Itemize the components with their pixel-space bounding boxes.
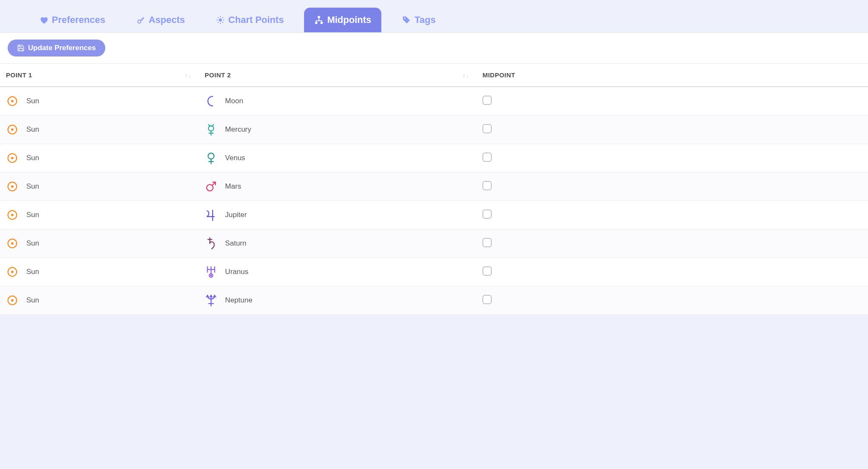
update-preferences-label: Update Preferences [28, 44, 96, 52]
cell-point1: Sun [0, 286, 200, 315]
svg-point-18 [209, 126, 214, 131]
table-row: SunJupiter [0, 201, 868, 229]
save-icon [17, 44, 25, 52]
sun-icon [6, 209, 19, 221]
svg-point-34 [11, 242, 14, 245]
midpoint-checkbox[interactable] [482, 124, 492, 133]
midpoint-checkbox[interactable] [482, 238, 492, 247]
tab-preferences[interactable]: Preferences [29, 8, 116, 32]
cell-point1: Sun [0, 201, 200, 229]
midpoint-checkbox[interactable] [482, 266, 492, 276]
midpoint-checkbox[interactable] [482, 181, 492, 190]
tab-tags[interactable]: Tags [392, 8, 446, 32]
compass-icon [136, 15, 145, 25]
svg-point-15 [11, 100, 14, 102]
cell-midpoint [477, 258, 868, 286]
svg-point-46 [11, 299, 14, 302]
tab-label: Preferences [52, 14, 105, 25]
svg-rect-11 [315, 22, 318, 24]
point2-label: Mars [225, 182, 241, 191]
svg-point-27 [11, 185, 14, 188]
saturn-icon [205, 237, 217, 250]
svg-line-29 [212, 182, 215, 186]
column-header-point1-label: Point 1 [6, 71, 32, 79]
sun-icon [6, 152, 19, 164]
uranus-icon [205, 266, 217, 278]
midpoint-checkbox[interactable] [482, 96, 492, 105]
midpoint-checkbox[interactable] [482, 209, 492, 219]
column-header-point1[interactable]: Point 1 ↑↓ [0, 64, 200, 87]
point2-label: Moon [225, 97, 243, 105]
column-header-point2[interactable]: Point 2 ↑↓ [200, 64, 477, 87]
midpoint-checkbox[interactable] [482, 295, 492, 304]
svg-rect-12 [321, 22, 323, 24]
cell-midpoint [477, 87, 868, 116]
point1-label: Sun [26, 125, 39, 134]
point1-label: Sun [26, 182, 39, 191]
svg-point-17 [11, 128, 14, 131]
column-header-point2-label: Point 2 [205, 71, 231, 79]
point1-label: Sun [26, 268, 39, 276]
svg-point-44 [211, 275, 211, 276]
cell-point2: Uranus [200, 258, 477, 286]
sitemap-icon [314, 15, 324, 25]
column-header-midpoint-label: Midpoint [482, 71, 515, 79]
cell-midpoint [477, 201, 868, 229]
heart-icon [39, 15, 48, 25]
neptune-icon [205, 294, 217, 307]
sun-icon [6, 266, 19, 278]
moon-icon [205, 95, 217, 107]
svg-point-0 [138, 20, 141, 23]
table-row: SunMars [0, 172, 868, 201]
sun-icon [6, 294, 19, 307]
cell-midpoint [477, 116, 868, 144]
table-row: SunUranus [0, 258, 868, 286]
cell-midpoint [477, 172, 868, 201]
svg-point-38 [11, 271, 14, 273]
table-row: SunVenus [0, 144, 868, 172]
cell-point2: Neptune [200, 286, 477, 315]
cell-point2: Mercury [200, 116, 477, 144]
point2-label: Uranus [225, 268, 248, 276]
tab-label: Aspects [149, 14, 185, 25]
svg-rect-10 [318, 16, 321, 18]
tab-chart-points[interactable]: Chart Points [206, 8, 294, 32]
midpoint-checkbox[interactable] [482, 153, 492, 162]
point1-label: Sun [26, 211, 39, 219]
column-header-midpoint: Midpoint [477, 64, 868, 87]
svg-line-6 [217, 17, 218, 18]
point1-label: Sun [26, 154, 39, 162]
midpoints-table: Point 1 ↑↓ Point 2 ↑↓ Midpoint SunMoonSu… [0, 64, 868, 315]
update-preferences-button[interactable]: Update Preferences [8, 40, 105, 57]
svg-point-13 [404, 18, 406, 19]
svg-point-22 [11, 157, 14, 159]
point1-label: Sun [26, 296, 39, 305]
cell-midpoint [477, 144, 868, 172]
sun-icon [6, 237, 19, 250]
cell-point2: Mars [200, 172, 477, 201]
cell-point1: Sun [0, 116, 200, 144]
cell-point1: Sun [0, 87, 200, 116]
svg-line-9 [222, 17, 223, 18]
cell-point2: Jupiter [200, 201, 477, 229]
svg-point-23 [208, 153, 214, 159]
tags-icon [402, 15, 411, 25]
table-row: SunNeptune [0, 286, 868, 315]
svg-line-7 [222, 22, 223, 23]
tabs-container: PreferencesAspectsChart PointsMidpointsT… [0, 0, 868, 33]
content-area: Update Preferences Point 1 ↑↓ Point 2 ↑↓… [0, 33, 868, 315]
cell-point1: Sun [0, 229, 200, 258]
tab-label: Midpoints [327, 14, 371, 25]
tab-midpoints[interactable]: Midpoints [304, 8, 381, 32]
table-row: SunMoon [0, 87, 868, 116]
tab-aspects[interactable]: Aspects [126, 8, 195, 32]
sort-icon: ↑↓ [462, 72, 469, 78]
svg-line-8 [217, 22, 218, 23]
cell-point1: Sun [0, 258, 200, 286]
cell-point1: Sun [0, 172, 200, 201]
venus-icon [205, 152, 217, 164]
mars-icon [205, 180, 217, 193]
point2-label: Saturn [225, 239, 246, 248]
cell-point2: Venus [200, 144, 477, 172]
gear-sun-icon [216, 15, 225, 25]
